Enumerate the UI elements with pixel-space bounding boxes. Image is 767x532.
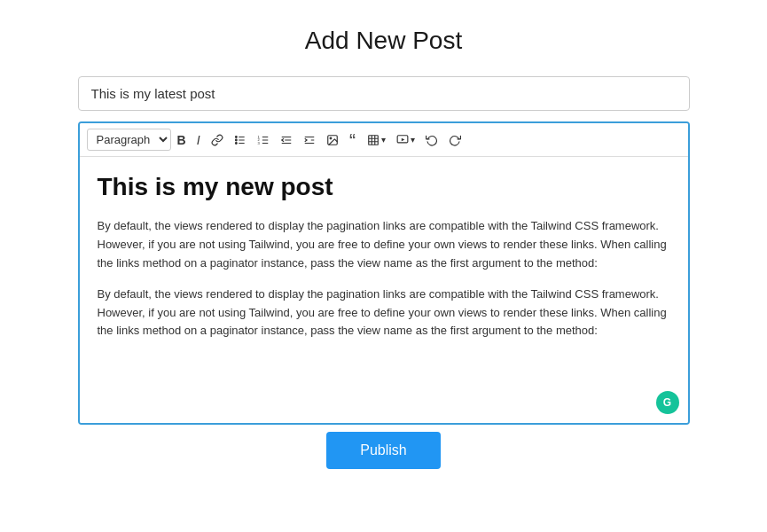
svg-text:3: 3 bbox=[257, 140, 260, 145]
link-button[interactable] bbox=[207, 130, 228, 150]
bold-button[interactable]: B bbox=[173, 130, 191, 150]
blockquote-button[interactable]: “ bbox=[345, 129, 361, 151]
svg-marker-26 bbox=[401, 137, 404, 141]
post-title-input[interactable] bbox=[78, 76, 690, 111]
outdent-button[interactable] bbox=[276, 130, 297, 150]
editor-container: Paragraph Heading 1 Heading 2 Heading 3 … bbox=[78, 121, 690, 425]
indent-button[interactable] bbox=[299, 130, 320, 150]
publish-button[interactable]: Publish bbox=[326, 432, 440, 469]
editor-heading: This is my new post bbox=[98, 171, 670, 203]
ordered-list-button[interactable]: 1 2 3 bbox=[253, 130, 274, 150]
editor-toolbar: Paragraph Heading 1 Heading 2 Heading 3 … bbox=[80, 123, 688, 157]
image-button[interactable] bbox=[322, 130, 343, 150]
media-dropdown-arrow: ▾ bbox=[411, 136, 415, 145]
svg-point-4 bbox=[235, 139, 237, 141]
undo-button[interactable] bbox=[421, 130, 442, 150]
svg-point-19 bbox=[330, 137, 332, 139]
svg-point-5 bbox=[235, 142, 237, 144]
paragraph-select[interactable]: Paragraph Heading 1 Heading 2 Heading 3 … bbox=[87, 129, 171, 151]
editor-body[interactable]: This is my new post By default, the view… bbox=[80, 157, 688, 423]
svg-point-3 bbox=[235, 136, 237, 137]
page-title: Add New Post bbox=[305, 27, 462, 55]
svg-rect-20 bbox=[368, 135, 378, 145]
editor-paragraph-2: By default, the views rendered to displa… bbox=[98, 286, 670, 340]
table-button[interactable]: ▾ bbox=[363, 130, 390, 150]
italic-button[interactable]: I bbox=[192, 130, 205, 150]
media-button[interactable]: ▾ bbox=[392, 130, 419, 150]
main-content: Paragraph Heading 1 Heading 2 Heading 3 … bbox=[78, 76, 690, 425]
editor-paragraph-1: By default, the views rendered to displa… bbox=[98, 217, 670, 272]
redo-button[interactable] bbox=[444, 130, 466, 150]
publish-section: Publish bbox=[326, 432, 440, 469]
table-dropdown-arrow: ▾ bbox=[381, 136, 386, 145]
grammarly-icon[interactable]: G bbox=[656, 391, 679, 414]
bullet-list-button[interactable] bbox=[230, 130, 251, 150]
